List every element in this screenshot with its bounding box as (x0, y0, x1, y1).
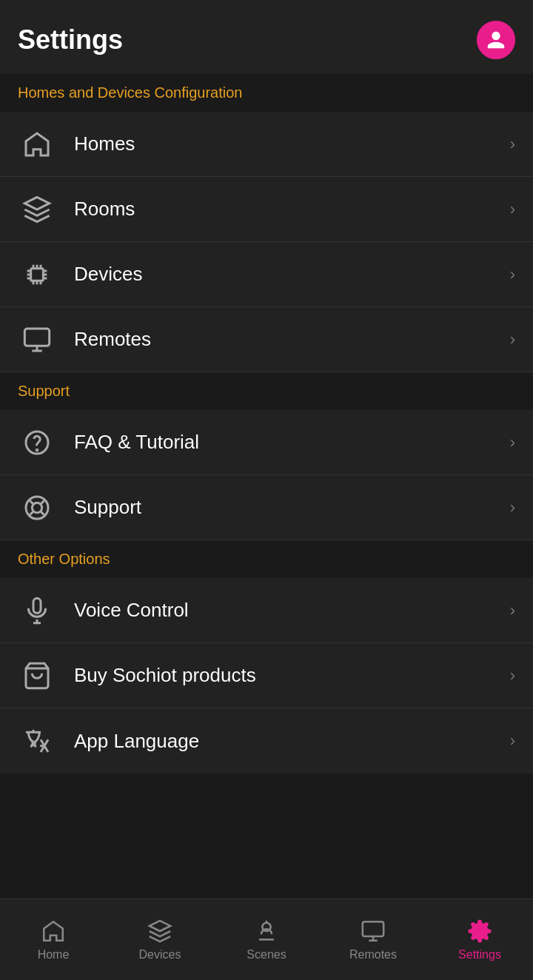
menu-item-buy-sochiot[interactable]: Buy Sochiot products › (0, 643, 533, 708)
menu-label-rooms: Rooms (74, 198, 510, 221)
chevron-faq: › (510, 433, 515, 452)
menu-item-devices[interactable]: Devices › (0, 242, 533, 307)
svg-point-3 (36, 449, 38, 451)
menu-item-app-language[interactable]: App Language › (0, 708, 533, 773)
section-header-support: Support (0, 372, 533, 410)
menu-label-support: Support (74, 496, 510, 519)
nav-item-devices[interactable]: Devices (107, 899, 213, 980)
nav-item-scenes[interactable]: Scenes (213, 899, 320, 980)
nav-settings-icon (467, 919, 492, 944)
chevron-voice-control: › (510, 601, 515, 620)
nav-scenes-icon (254, 919, 279, 944)
nav-label-settings: Settings (458, 948, 501, 961)
svg-rect-9 (363, 922, 383, 936)
chevron-buy-sochiot: › (510, 666, 515, 685)
home-icon (18, 125, 56, 164)
chevron-homes: › (510, 135, 515, 154)
chevron-rooms: › (510, 200, 515, 219)
chevron-remotes: › (510, 330, 515, 349)
nav-label-devices: Devices (139, 948, 181, 961)
nav-label-home: Home (38, 948, 70, 961)
chevron-support: › (510, 498, 515, 517)
nav-devices-icon (147, 919, 172, 944)
monitor-icon (18, 320, 56, 359)
main-content: Homes and Devices Configuration Homes › … (0, 74, 533, 855)
menu-item-support[interactable]: Support › (0, 475, 533, 540)
menu-item-rooms[interactable]: Rooms › (0, 177, 533, 242)
nav-label-scenes: Scenes (247, 948, 286, 961)
mic-icon (18, 591, 56, 630)
menu-item-voice-control[interactable]: Voice Control › (0, 578, 533, 643)
nav-item-settings[interactable]: Settings (426, 899, 533, 980)
menu-label-voice-control: Voice Control (74, 599, 510, 622)
svg-rect-0 (31, 268, 44, 281)
nav-remotes-icon (361, 919, 386, 944)
cube-icon (18, 190, 56, 229)
nav-label-remotes: Remotes (349, 948, 397, 961)
chip-icon (18, 255, 56, 294)
menu-item-remotes[interactable]: Remotes › (0, 307, 533, 372)
menu-label-homes: Homes (74, 132, 510, 155)
section-header-other: Other Options (0, 540, 533, 578)
menu-label-devices: Devices (74, 263, 510, 286)
cart-icon (18, 657, 56, 695)
avatar-button[interactable] (477, 21, 515, 59)
nav-item-home[interactable]: Home (0, 899, 107, 980)
lifering-icon (18, 489, 56, 527)
menu-item-faq[interactable]: FAQ & Tutorial › (0, 410, 533, 475)
chevron-app-language: › (510, 731, 515, 751)
svg-rect-1 (24, 329, 49, 346)
page-title: Settings (18, 24, 123, 56)
nav-home-icon (41, 919, 66, 944)
user-icon (486, 30, 506, 50)
svg-rect-6 (33, 598, 41, 613)
chevron-devices: › (510, 265, 515, 284)
menu-label-remotes: Remotes (74, 328, 510, 351)
nav-item-remotes[interactable]: Remotes (320, 899, 426, 980)
svg-point-4 (26, 497, 48, 519)
menu-label-faq: FAQ & Tutorial (74, 431, 510, 454)
section-header-homes-devices: Homes and Devices Configuration (0, 74, 533, 112)
menu-label-app-language: App Language (74, 730, 510, 753)
translate-icon (18, 722, 56, 760)
menu-item-homes[interactable]: Homes › (0, 112, 533, 177)
menu-label-buy-sochiot: Buy Sochiot products (74, 664, 510, 687)
header: Settings (0, 0, 533, 74)
bottom-nav: Home Devices Scenes Remotes (0, 899, 533, 980)
question-icon (18, 423, 56, 462)
